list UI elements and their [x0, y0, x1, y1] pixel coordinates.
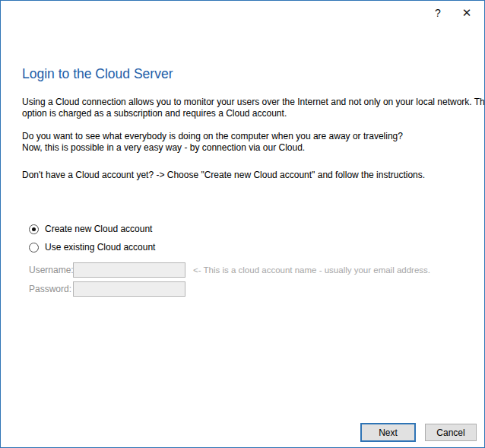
radio-create-new-account[interactable]: Create new Cloud account	[29, 224, 155, 234]
cloud-login-dialog: ? ✕ Login to the Cloud Server Using a Cl…	[0, 0, 485, 448]
cancel-button[interactable]: Cancel	[425, 424, 477, 441]
radio-label: Use existing Cloud account	[45, 242, 155, 253]
titlebar[interactable]: ? ✕	[1, 1, 484, 24]
username-label: Username:	[29, 265, 73, 275]
username-hint: <- This is a cloud account name - usuall…	[193, 265, 430, 275]
password-input	[73, 281, 185, 297]
next-button[interactable]: Next	[360, 423, 416, 442]
help-icon[interactable]: ?	[428, 5, 448, 21]
radio-use-existing-account[interactable]: Use existing Cloud account	[29, 242, 155, 253]
text-line: Don't have a Cloud account yet? -> Choos…	[22, 170, 485, 181]
radio-label: Create new Cloud account	[45, 224, 152, 234]
password-row: Password:	[29, 281, 185, 297]
paragraph-cloud-connection: Using a Cloud connection allows you to m…	[22, 97, 485, 119]
text-line: Now, this is possible in a very easy way…	[22, 142, 485, 154]
text-line: Using a Cloud connection allows you to m…	[22, 97, 485, 108]
page-title: Login to the Cloud Server	[22, 66, 173, 82]
text-line: Do you want to see what everybody is doi…	[22, 131, 485, 142]
paragraph-monitoring: Do you want to see what everybody is doi…	[22, 131, 485, 154]
password-label: Password:	[29, 284, 73, 294]
username-row: Username: <- This is a cloud account nam…	[29, 262, 430, 278]
text-line: option is charged as a subscription and …	[22, 108, 485, 119]
account-option-group: Create new Cloud account Use existing Cl…	[29, 224, 155, 260]
radio-selected-icon	[29, 224, 39, 234]
paragraph-create-account-hint: Don't have a Cloud account yet? -> Choos…	[22, 170, 485, 181]
radio-unselected-icon	[29, 243, 39, 253]
username-input	[73, 262, 185, 278]
intro-text: Using a Cloud connection allows you to m…	[22, 97, 485, 181]
close-icon[interactable]: ✕	[457, 5, 477, 21]
